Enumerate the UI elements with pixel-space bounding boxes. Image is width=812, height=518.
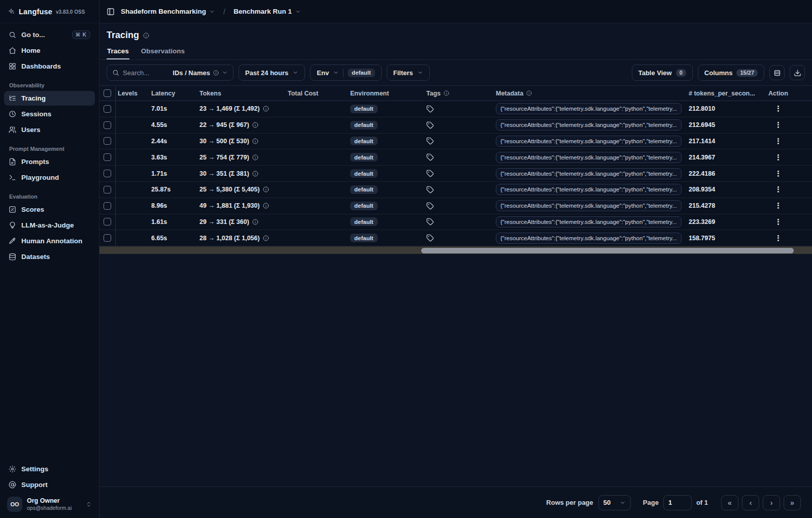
table-row[interactable]: 4.55s 22 → 945 (Σ 967) default {"resourc…: [99, 117, 812, 134]
cell-tokens: 30 → 500 (Σ 530): [197, 138, 286, 145]
sidebar-toggle-button[interactable]: [107, 8, 115, 16]
table-view-button[interactable]: Table View 0: [632, 64, 693, 81]
metadata-pill[interactable]: {"resourceAttributes":{"telemetry.sdk.la…: [496, 216, 682, 228]
columns-button[interactable]: Columns 15/27: [698, 64, 764, 81]
env-filter[interactable]: Env default: [310, 64, 382, 81]
row-checkbox[interactable]: [104, 234, 111, 242]
time-range-button[interactable]: Past 24 hours: [239, 64, 305, 81]
cell-tokens-per-second: 215.4278: [687, 202, 766, 209]
sidebar-item-settings[interactable]: Settings: [4, 462, 95, 476]
row-height-button[interactable]: [769, 65, 785, 80]
sidebar-item-human-annotation[interactable]: Human Annotation: [4, 234, 95, 248]
row-actions-menu-button[interactable]: ⋮: [772, 169, 784, 178]
table-row[interactable]: 3.63s 25 → 754 (Σ 779) default {"resourc…: [99, 149, 812, 166]
sidebar-item-datasets[interactable]: Datasets: [4, 249, 95, 264]
info-icon: [263, 235, 269, 241]
page-number-input[interactable]: [663, 495, 692, 510]
last-page-button[interactable]: »: [784, 495, 801, 510]
sidebar-item-home[interactable]: Home: [4, 43, 95, 58]
row-checkbox[interactable]: [104, 218, 111, 225]
sidebar-item-llm-judge[interactable]: LLM-as-a-Judge: [4, 218, 95, 233]
sidebar-item-users[interactable]: Users: [4, 122, 95, 137]
tag-icon[interactable]: [426, 105, 434, 113]
sidebar-item-dashboards[interactable]: Dashboards: [4, 59, 95, 74]
tag-icon[interactable]: [426, 186, 434, 193]
metadata-pill[interactable]: {"resourceAttributes":{"telemetry.sdk.la…: [496, 136, 682, 147]
tag-icon[interactable]: [426, 170, 434, 177]
sidebar: Langfuse v3.83.0 OSS Go to... ⌘ K Home D…: [0, 0, 99, 518]
sidebar-item-tracing[interactable]: Tracing: [4, 91, 95, 106]
select-all-checkbox[interactable]: [104, 89, 111, 97]
sidebar-item-playground[interactable]: Playground: [4, 170, 95, 185]
tab-traces[interactable]: Traces: [107, 45, 129, 59]
metadata-pill[interactable]: {"resourceAttributes":{"telemetry.sdk.la…: [496, 200, 682, 211]
row-checkbox[interactable]: [104, 202, 111, 210]
next-page-button[interactable]: ›: [763, 495, 780, 510]
breadcrumb-project[interactable]: Shadeform Benchmarking: [121, 8, 215, 15]
cell-environment: default: [348, 234, 424, 242]
sidebar-item-prompts[interactable]: Prompts: [4, 154, 95, 169]
chevron-down-icon: [292, 70, 298, 76]
tag-icon[interactable]: [426, 202, 434, 210]
tag-icon[interactable]: [426, 121, 434, 129]
section-evaluation: Evaluation: [9, 193, 90, 200]
breadcrumb-run[interactable]: Benchmark Run 1: [233, 8, 301, 15]
metadata-pill[interactable]: {"resourceAttributes":{"telemetry.sdk.la…: [496, 152, 682, 163]
rows-per-page-select[interactable]: 50: [598, 495, 631, 510]
cell-action: ⋮: [766, 185, 812, 194]
tag-icon[interactable]: [426, 153, 434, 161]
first-page-button[interactable]: «: [721, 495, 738, 510]
metadata-pill[interactable]: {"resourceAttributes":{"telemetry.sdk.la…: [496, 233, 682, 244]
row-actions-menu-button[interactable]: ⋮: [772, 153, 784, 162]
row-checkbox[interactable]: [104, 153, 111, 161]
search-input[interactable]: [123, 69, 169, 77]
row-checkbox[interactable]: [104, 170, 111, 177]
row-actions-menu-button[interactable]: ⋮: [772, 217, 784, 226]
search-mode-toggle[interactable]: IDs / Names: [173, 69, 228, 77]
scrollbar-thumb[interactable]: [421, 248, 794, 254]
metadata-pill[interactable]: {"resourceAttributes":{"telemetry.sdk.la…: [496, 103, 682, 114]
table-row[interactable]: 8.96s 49 → 1,881 (Σ 1,930) default {"res…: [99, 198, 812, 214]
sidebar-item-support[interactable]: Support: [4, 477, 95, 492]
project-name: Shadeform Benchmarking: [121, 8, 206, 15]
user-menu[interactable]: OO Org Owner ops@shadeform.ai: [4, 493, 95, 513]
cell-environment: default: [348, 121, 424, 130]
sidebar-item-scores[interactable]: Scores: [4, 202, 95, 217]
metadata-pill[interactable]: {"resourceAttributes":{"telemetry.sdk.la…: [496, 119, 682, 131]
environment-badge: default: [350, 153, 378, 161]
table-row[interactable]: 2.44s 30 → 500 (Σ 530) default {"resourc…: [99, 134, 812, 150]
row-checkbox[interactable]: [104, 105, 111, 113]
metadata-pill[interactable]: {"resourceAttributes":{"telemetry.sdk.la…: [496, 168, 682, 179]
table-row[interactable]: 1.71s 30 → 351 (Σ 381) default {"resourc…: [99, 166, 812, 182]
cell-tokens: 29 → 331 (Σ 360): [197, 218, 286, 225]
previous-page-button[interactable]: ‹: [742, 495, 759, 510]
tag-icon[interactable]: [426, 218, 434, 225]
env-value-chip: default: [348, 69, 375, 77]
tab-observations[interactable]: Observations: [141, 45, 185, 59]
sidebar-item-goto[interactable]: Go to... ⌘ K: [4, 27, 95, 42]
row-actions-menu-button[interactable]: ⋮: [772, 120, 784, 130]
brand-row: Langfuse v3.83.0 OSS: [0, 0, 99, 23]
tag-icon[interactable]: [426, 137, 434, 145]
metadata-pill[interactable]: {"resourceAttributes":{"telemetry.sdk.la…: [496, 184, 682, 195]
export-button[interactable]: [790, 65, 805, 80]
row-actions-menu-button[interactable]: ⋮: [772, 201, 784, 210]
environment-badge: default: [350, 169, 378, 178]
pen-icon: [9, 237, 16, 245]
row-checkbox[interactable]: [104, 186, 111, 193]
filters-button[interactable]: Filters: [387, 64, 430, 81]
table-row[interactable]: 7.01s 23 → 1,469 (Σ 1,492) default {"res…: [99, 101, 812, 117]
row-actions-menu-button[interactable]: ⋮: [772, 104, 784, 113]
row-checkbox[interactable]: [104, 121, 111, 129]
cell-environment: default: [348, 202, 424, 210]
row-actions-menu-button[interactable]: ⋮: [772, 234, 784, 243]
search-box: IDs / Names: [107, 64, 233, 81]
table-row[interactable]: 1.61s 29 → 331 (Σ 360) default {"resourc…: [99, 214, 812, 231]
tag-icon[interactable]: [426, 234, 434, 242]
row-actions-menu-button[interactable]: ⋮: [772, 185, 784, 194]
table-row[interactable]: 25.87s 25 → 5,380 (Σ 5,405) default {"re…: [99, 182, 812, 198]
table-row[interactable]: 6.65s 28 → 1,028 (Σ 1,056) default {"res…: [99, 230, 812, 246]
row-actions-menu-button[interactable]: ⋮: [772, 137, 784, 146]
row-checkbox[interactable]: [104, 137, 111, 145]
sidebar-item-sessions[interactable]: Sessions: [4, 107, 95, 121]
